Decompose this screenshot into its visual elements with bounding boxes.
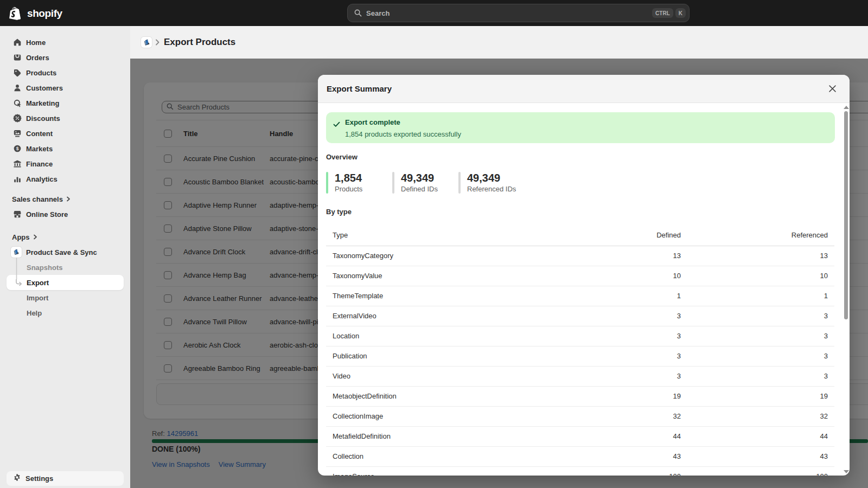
defined-cell: 1 [534, 286, 681, 306]
by-type-header-row: Type Defined Referenced [326, 225, 834, 246]
referenced-cell: 32 [681, 406, 834, 426]
breadcrumb-chevron-icon [155, 38, 160, 46]
sidebar-item-label: Marketing [26, 99, 59, 107]
global-search-input[interactable]: Search CTRL K [347, 4, 690, 22]
by-type-row: ThemeTemplate11 [326, 286, 834, 306]
sidebar-item-settings[interactable]: Settings [7, 471, 124, 486]
sidebar-item-label: Analytics [26, 175, 58, 183]
sub-arrow-icon [15, 279, 23, 286]
overview-stat: 1,854Products [326, 172, 375, 194]
sidebar-item-export[interactable]: Export [7, 275, 124, 290]
stat-value: 49,349 [467, 172, 516, 184]
sidebar-item-label: Home [26, 38, 46, 47]
sidebar-item-snapshots[interactable]: Snapshots [7, 260, 124, 275]
modal-body: Export complete 1,854 products exported … [318, 103, 850, 476]
banner-subtitle: 1,854 products exported successfully [345, 130, 461, 139]
referenced-cell: 3 [681, 346, 834, 366]
by-type-heading: By type [326, 208, 834, 216]
sidebar-item-online-store[interactable]: Online Store [7, 207, 124, 222]
sidebar-section-apps[interactable]: Apps [7, 229, 124, 245]
sidebar-item-label: Import [27, 294, 48, 302]
sidebar-item-products[interactable]: Products [7, 65, 124, 80]
overview-stat: 49,349Referenced IDs [458, 172, 516, 194]
sidebar-item-label: Online Store [26, 210, 68, 219]
markets-icon: $ [13, 144, 22, 153]
breadcrumb: Export Products [130, 26, 868, 59]
customers-icon [13, 84, 22, 92]
referenced-cell: 13 [681, 246, 834, 266]
products-icon [13, 68, 22, 77]
type-cell: Collection [326, 446, 534, 466]
store-icon [13, 210, 22, 219]
sidebar-item-customers[interactable]: Customers [7, 80, 124, 95]
check-icon [333, 120, 340, 143]
referenced-cell: 3 [681, 306, 834, 326]
defined-cell: 19 [534, 386, 681, 406]
type-cell: TaxonomyCategory [326, 246, 534, 266]
orders-icon [13, 53, 22, 62]
stat-label: Products [335, 184, 375, 194]
sidebar-item-marketing[interactable]: Marketing [7, 95, 124, 111]
sidebar-item-orders[interactable]: Orders [7, 50, 124, 65]
sidebar-item-label: Export [27, 279, 49, 287]
referenced-cell: 43 [681, 446, 834, 466]
stat-accent-bar [326, 172, 328, 194]
defined-cell: 3 [534, 326, 681, 346]
sidebar-item-finance[interactable]: Finance [7, 156, 124, 171]
defined-cell: 13 [534, 246, 681, 266]
by-type-row: MetafieldDefinition4444 [326, 426, 834, 446]
content-icon [13, 129, 22, 138]
sidebar-item-content[interactable]: Content [7, 126, 124, 141]
section-label: Apps [12, 233, 30, 241]
by-type-row: Video33 [326, 366, 834, 386]
stat-value: 1,854 [335, 172, 375, 184]
app-icon[interactable] [141, 37, 152, 48]
sidebar-section-sales-channels[interactable]: Sales channels [7, 191, 124, 207]
sidebar-item-label: Help [27, 309, 42, 317]
sidebar-item-product-save-sync[interactable]: Product Save & Sync [7, 245, 124, 260]
sidebar-item-label: Orders [26, 54, 49, 62]
sidebar-item-markets[interactable]: $Markets [7, 141, 124, 156]
modal-title: Export Summary [327, 84, 827, 93]
by-type-row: Publication33 [326, 346, 834, 366]
overview-stats: 1,854Products49,349Defined IDs49,349Refe… [326, 172, 834, 194]
sidebar-item-analytics[interactable]: Analytics [7, 171, 124, 187]
banner-text: Export complete 1,854 products exported … [345, 118, 461, 143]
type-cell: ImageSource [326, 466, 534, 476]
shortcut-k-key: K [675, 8, 686, 18]
column-header-type: Type [326, 225, 534, 246]
defined-cell: 3 [534, 346, 681, 366]
sidebar-nav: HomeOrdersProductsCustomersMarketingDisc… [0, 26, 130, 488]
type-cell: Publication [326, 346, 534, 366]
sidebar-item-label: Content [26, 130, 53, 138]
by-type-row: ImageSource100100 [326, 466, 834, 476]
success-banner: Export complete 1,854 products exported … [326, 112, 835, 143]
type-cell: Location [326, 326, 534, 346]
type-cell: Video [326, 366, 534, 386]
shopify-logo[interactable]: shopify [9, 6, 62, 21]
defined-cell: 3 [534, 306, 681, 326]
finance-icon [13, 159, 22, 168]
referenced-cell: 19 [681, 386, 834, 406]
sidebar-item-discounts[interactable]: Discounts [7, 111, 124, 126]
scrollbar-up-arrow-icon[interactable] [844, 106, 849, 109]
search-icon [354, 9, 362, 17]
sidebar-item-label: Product Save & Sync [26, 248, 97, 256]
sidebar-item-home[interactable]: Home [7, 35, 124, 50]
scrollbar-thumb[interactable] [844, 111, 848, 319]
sidebar-item-label: Customers [26, 84, 63, 92]
close-icon[interactable] [827, 84, 838, 94]
scrollbar-down-arrow-icon[interactable] [844, 470, 849, 473]
chevron-right-icon [33, 234, 37, 240]
sidebar-item-help[interactable]: Help [7, 305, 124, 320]
defined-cell: 32 [534, 406, 681, 426]
overview-stat: 49,349Defined IDs [392, 172, 441, 194]
referenced-cell: 44 [681, 426, 834, 446]
sidebar-item-import[interactable]: Import [7, 290, 124, 305]
referenced-cell: 100 [681, 466, 834, 476]
stat-label: Referenced IDs [467, 184, 516, 194]
type-cell: MetafieldDefinition [326, 426, 534, 446]
shopify-admin-page: shopify Search CTRL K HomeOrdersProducts… [0, 0, 868, 488]
overview-heading: Overview [326, 153, 834, 162]
shopify-bag-icon [9, 6, 23, 21]
